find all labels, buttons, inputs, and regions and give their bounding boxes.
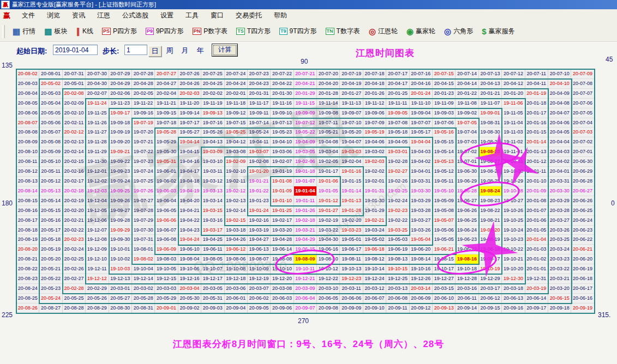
grid-cell: 19-12-19 [248, 274, 271, 284]
calculate-button[interactable]: 计算 [212, 44, 238, 57]
toolbar-button-P四方形[interactable]: PSP四方形 [98, 25, 141, 38]
step-input[interactable] [124, 45, 147, 55]
grid-cell: 19-12-07 [86, 226, 109, 235]
grid-cell: 19-10-29 [502, 177, 525, 186]
grid-cell: 19-07-25 [132, 177, 155, 186]
grid-cell: 19-04-20 [178, 196, 201, 206]
menu-item-资讯[interactable]: 资讯 [66, 11, 91, 20]
menu-item-公式选股[interactable]: 公式选股 [116, 11, 154, 20]
grid-cell: 19-10-27 [502, 196, 525, 206]
toolbar-button-label: T数字表 [337, 27, 360, 36]
badge-ps-icon: PS [102, 28, 111, 35]
toolbar-button-赢家轮[interactable]: ◉赢家轮 [402, 25, 440, 38]
grid-cell: 19-03-18 [225, 226, 248, 235]
grid-cell: 19-04-11 [248, 137, 271, 147]
grid-cell: 19-07-15 [225, 118, 248, 128]
menu-item-浏览[interactable]: 浏览 [41, 11, 66, 20]
grid-cell: 20-06-07 [363, 294, 386, 304]
grid-cell: 19-02-27 [386, 167, 409, 177]
grid-cell: 20-02-28 [63, 284, 86, 294]
grid-cell: 20-03-04 [178, 284, 201, 294]
toolbar-button-六角形[interactable]: ◎六角形 [440, 25, 477, 38]
angle-label-45: 45 [606, 56, 613, 63]
menu-item-设置[interactable]: 设置 [154, 11, 179, 20]
grid-cell: 20-01-14 [525, 137, 548, 147]
grid-cell: 20-02-12 [63, 128, 86, 137]
chart-title: 江恩时间图表 [356, 47, 415, 59]
period-option-月[interactable]: 月 [179, 46, 191, 56]
grid-cell: 19-01-07 [294, 177, 317, 186]
toolbar-button-K线[interactable]: ∥K线 [71, 25, 98, 38]
grid-cell: 20-09-17 [525, 304, 548, 313]
grid-cell: 19-07-02 [456, 147, 478, 157]
grid-cell: 19-05-29 [155, 137, 178, 147]
toolbar-button-9T四方形[interactable]: T99T四方形 [275, 25, 321, 38]
grid-cell: 19-08-03 [155, 254, 178, 264]
grid-cell: 20-05-19 [39, 245, 62, 254]
grid-cell: 20-02-01 [225, 89, 248, 99]
grid-cell: 19-06-30 [456, 167, 478, 177]
grid-cell: 19-09-09 [294, 108, 317, 118]
grid-cell: 19-09-02 [456, 108, 478, 118]
grid-cell: 20-01-22 [456, 89, 478, 99]
toolbar-button-9P四方形[interactable]: P99P四方形 [141, 25, 188, 38]
toolbar-button-T四方形[interactable]: TST四方形 [232, 25, 275, 38]
grid-cell: 20-05-29 [155, 294, 178, 304]
grid-cell: 20-09-15 [479, 304, 502, 313]
grid-cell: 20-05-14 [39, 196, 62, 206]
grid-cell: 20-08-07 [16, 118, 39, 128]
grid-cell: 20-08-29 [86, 304, 109, 313]
grid-cell: 20-03-14 [410, 284, 433, 294]
grid-cell: 19-06-21 [433, 245, 456, 254]
toolbar-button-赢家服务[interactable]: $赢家服务 [477, 25, 519, 38]
grid-cell: 19-05-25 [225, 128, 248, 137]
grid-cell: 20-08-28 [63, 304, 86, 313]
grid-cell: 19-11-25 [86, 108, 109, 118]
grid-cell: 19-12-23 [340, 274, 363, 284]
grid-cell: 19-05-21 [317, 128, 340, 137]
grid-cell: 19-03-21 [294, 226, 317, 235]
grid-cell: 20-03-28 [548, 206, 571, 216]
grid-cell: 19-07-21 [132, 137, 155, 147]
grid-cell: 19-05-24 [248, 128, 271, 137]
grid-cell: 19-02-11 [225, 177, 248, 186]
toolbar-button-label: T四方形 [247, 27, 271, 36]
grid-cell: 20-06-02 [248, 294, 271, 304]
grid-cell: 20-08-08 [16, 128, 39, 137]
menu-item-帮助[interactable]: 帮助 [268, 11, 293, 20]
toolbar-button-T数字表[interactable]: TNT数字表 [321, 25, 364, 38]
grid-cell: 20-04-01 [548, 167, 571, 177]
grid-cell: 20-06-06 [340, 294, 363, 304]
menu-item-文件[interactable]: 文件 [16, 11, 41, 20]
period-option-年[interactable]: 年 [194, 46, 206, 56]
menu-item-江恩[interactable]: 江恩 [91, 11, 116, 20]
grid-cell: 20-04-28 [132, 79, 155, 89]
grid-cell: 19-10-25 [502, 216, 525, 226]
grid-cell: 19-05-06 [433, 226, 456, 235]
period-option-周[interactable]: 周 [164, 46, 176, 56]
grid-cell: 19-11-26 [86, 118, 109, 128]
grid-cell: 19-02-26 [386, 177, 409, 186]
grid-cell: 20-09-11 [386, 304, 409, 313]
grid-cell: 20-06-09 [410, 294, 433, 304]
grid-cell: 19-12-17 [201, 274, 224, 284]
toolbar-button-P数字表[interactable]: PNP数字表 [188, 25, 232, 38]
grid-cell: 20-01-04 [525, 235, 548, 245]
menu-item-工具[interactable]: 工具 [179, 11, 205, 20]
grid-cell: 20-06-01 [225, 294, 248, 304]
grid-cell: 19-07-17 [178, 118, 201, 128]
grid-cell: 19-02-21 [363, 216, 386, 226]
menu-item-窗口[interactable]: 窗口 [205, 11, 230, 20]
start-date-input[interactable] [53, 45, 98, 55]
grid-cell: 19-09-19 [109, 128, 132, 137]
grid-cell: 19-10-10 [271, 264, 293, 274]
menu-item-交易委托[interactable]: 交易委托 [230, 11, 268, 20]
grid-cell: 20-06-12 [479, 294, 502, 304]
period-option-日[interactable]: 日 [148, 46, 161, 57]
toolbar-button-板块[interactable]: ▩板块 [40, 25, 71, 38]
toolbar-button-行情[interactable]: ▦行情 [8, 25, 40, 38]
toolbar-button-江恩轮[interactable]: ◎江恩轮 [364, 25, 402, 38]
grid-cell: 19-04-03 [410, 147, 433, 157]
grid-cell: 19-12-05 [86, 206, 109, 216]
grid-cell: 20-05-04 [39, 99, 62, 108]
